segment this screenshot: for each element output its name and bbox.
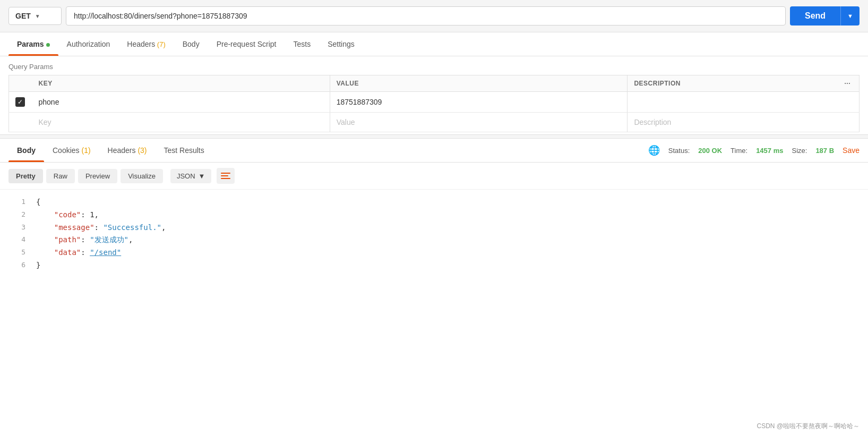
query-params-label: Query Params — [8, 63, 860, 71]
url-input[interactable] — [66, 6, 786, 25]
line-number: 6 — [8, 259, 25, 271]
format-select[interactable]: JSON ▼ — [170, 169, 212, 183]
request-tabs: Params Authorization Headers (7) Body Pr… — [0, 32, 868, 56]
code-line-2: 2 "code": 1, — [8, 209, 860, 222]
size-value: 187 B — [815, 147, 834, 155]
code-line-5: 5 "data": "/send" — [8, 246, 860, 259]
save-response-button[interactable]: Save — [843, 146, 860, 155]
section-divider — [0, 134, 868, 139]
tab-body[interactable]: Body — [174, 32, 208, 56]
time-label: Time: — [731, 147, 747, 155]
response-header: Body Cookies (1) Headers (3) Test Result… — [0, 139, 868, 163]
status-value: 200 OK — [698, 147, 722, 155]
line-number: 4 — [8, 234, 25, 245]
tab-authorization[interactable]: Authorization — [58, 32, 119, 56]
raw-button[interactable]: Raw — [46, 169, 75, 183]
line-number: 3 — [8, 222, 25, 233]
format-chevron-icon: ▼ — [199, 172, 205, 180]
send-button[interactable]: Send — [790, 6, 840, 25]
tab-pre-request-script[interactable]: Pre-request Script — [208, 32, 285, 56]
size-label: Size: — [792, 147, 807, 155]
send-dropdown-button[interactable]: ▼ — [840, 6, 860, 25]
url-bar: GET ▼ Send ▼ — [0, 0, 868, 32]
line-number: 5 — [8, 246, 25, 258]
resp-tab-cookies[interactable]: Cookies (1) — [44, 139, 99, 162]
line-number: 2 — [8, 209, 25, 220]
pretty-button[interactable]: Pretty — [8, 169, 43, 183]
row-description-cell[interactable] — [628, 92, 838, 113]
globe-icon: 🌐 — [648, 144, 660, 156]
response-body-toolbar: Pretty Raw Preview Visualize JSON ▼ — [0, 163, 868, 190]
col-header-checkbox — [9, 75, 32, 92]
resp-tab-body[interactable]: Body — [8, 139, 44, 162]
table-row-placeholder: Key Value Description — [9, 113, 860, 132]
resp-tab-headers[interactable]: Headers (3) — [99, 139, 156, 162]
response-status-bar: 🌐 Status: 200 OK Time: 1457 ms Size: 187… — [648, 144, 860, 156]
code-line-4: 4 "path": "发送成功", — [8, 234, 860, 246]
tab-tests[interactable]: Tests — [285, 32, 319, 56]
params-section: Query Params KEY VALUE DESCRIPTION ··· ✓… — [0, 56, 868, 132]
col-header-value: VALUE — [330, 75, 628, 92]
word-wrap-icon — [221, 173, 230, 179]
method-label: GET — [15, 12, 31, 20]
time-value: 1457 ms — [756, 147, 783, 155]
placeholder-value-cell[interactable]: Value — [330, 113, 628, 132]
tab-settings[interactable]: Settings — [319, 32, 363, 56]
params-table: KEY VALUE DESCRIPTION ··· ✓ phone 187518… — [8, 75, 860, 132]
row-key-cell[interactable]: phone — [32, 92, 330, 113]
placeholder-description-cell[interactable]: Description — [628, 113, 838, 132]
col-header-more: ··· — [838, 75, 860, 92]
code-line-3: 3 "message": "Successful.", — [8, 222, 860, 234]
tab-headers[interactable]: Headers (7) — [118, 32, 174, 56]
table-row: ✓ phone 18751887309 — [9, 92, 860, 113]
params-dot-badge — [46, 43, 50, 47]
row-value-cell[interactable]: 18751887309 — [330, 92, 628, 113]
method-chevron-icon: ▼ — [35, 13, 40, 19]
row-checkbox-cell[interactable]: ✓ — [9, 92, 32, 113]
line-number: 1 — [8, 196, 25, 208]
placeholder-key-cell[interactable]: Key — [32, 113, 330, 132]
status-label: Status: — [668, 147, 690, 155]
response-code-viewer: 1 { 2 "code": 1, 3 "message": "Successfu… — [0, 190, 868, 278]
col-header-description: DESCRIPTION — [628, 75, 838, 92]
word-wrap-button[interactable] — [217, 168, 235, 184]
checkbox-checked[interactable]: ✓ — [15, 97, 25, 107]
send-button-group: Send ▼ — [790, 6, 860, 25]
visualize-button[interactable]: Visualize — [121, 169, 163, 183]
tab-params[interactable]: Params — [8, 32, 58, 56]
code-line-6: 6 } — [8, 259, 860, 272]
method-select[interactable]: GET ▼ — [8, 7, 62, 25]
col-header-key: KEY — [32, 75, 330, 92]
preview-button[interactable]: Preview — [78, 169, 117, 183]
resp-tab-test-results[interactable]: Test Results — [156, 139, 213, 162]
code-line-1: 1 { — [8, 196, 860, 209]
row-more-cell[interactable] — [838, 92, 860, 113]
